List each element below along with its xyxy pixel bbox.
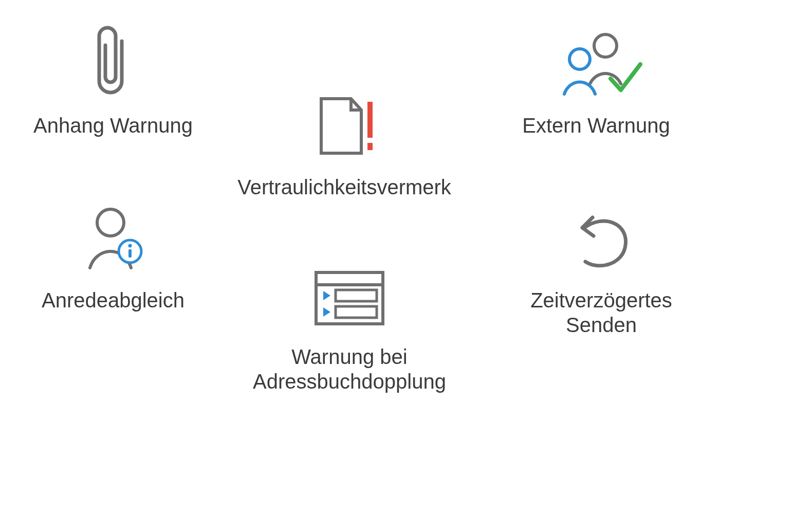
document-alert-icon xyxy=(206,87,483,164)
undo-icon xyxy=(504,206,699,278)
feature-label: Anhang Warnung xyxy=(15,113,211,138)
feature-confidentiality[interactable]: Vertraulichkeitsvermerk xyxy=(206,87,483,199)
feature-label: Zeitverzögertes Senden xyxy=(504,288,699,337)
list-duplicate-icon xyxy=(216,262,483,334)
svg-rect-0 xyxy=(367,102,373,138)
svg-rect-10 xyxy=(336,290,377,301)
feature-attachment-warning[interactable]: Anhang Warnung xyxy=(15,15,211,138)
svg-point-3 xyxy=(569,49,590,69)
feature-label: Vertraulichkeitsvermerk xyxy=(206,175,483,199)
feature-label: Warnung bei Adressbuchdopplung xyxy=(216,344,483,394)
feature-label: Extern Warnung xyxy=(493,113,699,138)
svg-rect-7 xyxy=(128,249,132,258)
svg-rect-12 xyxy=(336,306,377,318)
feature-external-warning[interactable]: Extern Warnung xyxy=(493,26,699,138)
svg-point-2 xyxy=(594,34,617,57)
people-check-icon xyxy=(493,26,699,103)
person-info-icon xyxy=(26,200,200,278)
svg-rect-1 xyxy=(367,143,373,150)
feature-delayed-send[interactable]: Zeitverzögertes Senden xyxy=(504,206,699,337)
feature-salutation-check[interactable]: Anredeabgleich xyxy=(26,200,200,313)
feature-label: Anredeabgleich xyxy=(26,288,200,313)
feature-addressbook-dup[interactable]: Warnung bei Adressbuchdopplung xyxy=(216,262,483,394)
svg-marker-13 xyxy=(323,307,330,317)
feature-grid: Anhang Warnung Vertraulichkeitsvermerk xyxy=(0,0,812,512)
svg-marker-11 xyxy=(323,291,330,300)
svg-point-4 xyxy=(97,209,124,236)
paperclip-icon xyxy=(15,15,211,103)
svg-point-6 xyxy=(128,244,132,248)
